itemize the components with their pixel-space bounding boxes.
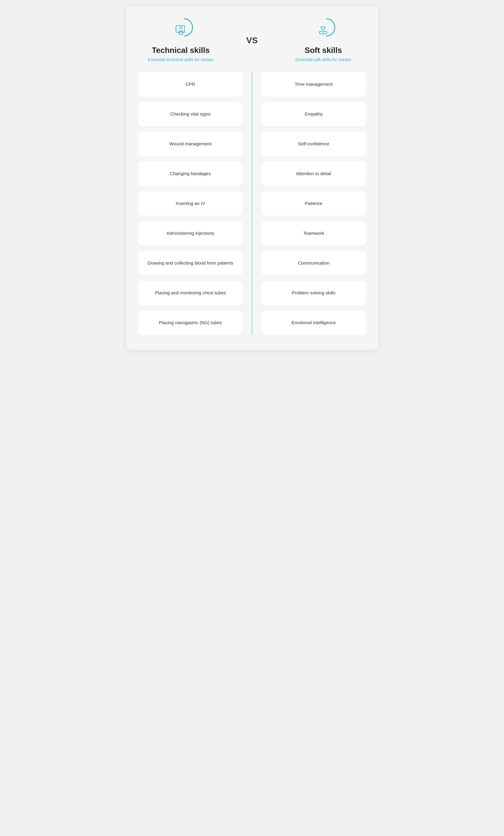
soft-skill-card: Patience (261, 191, 366, 215)
technical-skill-card: Placing nasogastric (NG) tubes (138, 310, 243, 335)
soft-subtitle: Essential soft skills for nurses (295, 57, 351, 63)
vs-label: VS (246, 36, 257, 45)
technical-skill-card: Administering injections (138, 221, 243, 245)
soft-skill-card: Emotional intelligence (261, 310, 366, 335)
svg-point-1 (180, 27, 182, 29)
soft-skill-card: Self-confidence (261, 132, 366, 156)
main-card: Technical skills Essential technical ski… (126, 6, 378, 350)
soft-skills-col: Time managementEmpathySelf-confidenceAtt… (252, 72, 369, 335)
technical-skill-card: Wound management (138, 132, 243, 156)
certificate-icon (174, 23, 188, 38)
technical-skill-card: Placing and monitoring chest tubes (138, 281, 243, 305)
soft-header-col: Soft skills Essential soft skills for nu… (277, 18, 369, 63)
soft-skill-card: Communication (261, 251, 366, 275)
technical-skill-card: Checking vital signs (138, 102, 243, 126)
technical-skill-card: CPR (138, 72, 243, 96)
column-divider (252, 72, 252, 335)
soft-skill-card: Problem solving skills (261, 281, 366, 305)
technical-skills-col: CPRChecking vital signsWound managementC… (135, 72, 252, 335)
technical-header-col: Technical skills Essential technical ski… (135, 18, 227, 63)
skills-columns: CPRChecking vital signsWound managementC… (135, 72, 369, 335)
technical-subtitle: Essential technical skills for nurses (148, 57, 213, 63)
technical-skill-card: Changing bandages (138, 162, 243, 186)
soft-skill-card: Teamwork (261, 221, 366, 245)
technical-title: Technical skills (152, 45, 210, 55)
technical-skill-card: Inserting an IV (138, 191, 243, 215)
technical-icon-container (169, 18, 193, 42)
soft-title: Soft skills (305, 45, 342, 55)
soft-skill-card: Attention to detail (261, 162, 366, 186)
soft-skill-card: Empathy (261, 102, 366, 126)
technical-skill-card: Drawing and collecting blood from patien… (138, 251, 243, 275)
heart-hand-icon (316, 23, 330, 38)
header: Technical skills Essential technical ski… (135, 18, 369, 63)
soft-icon-container (311, 18, 335, 42)
soft-skill-card: Time management (261, 72, 366, 96)
